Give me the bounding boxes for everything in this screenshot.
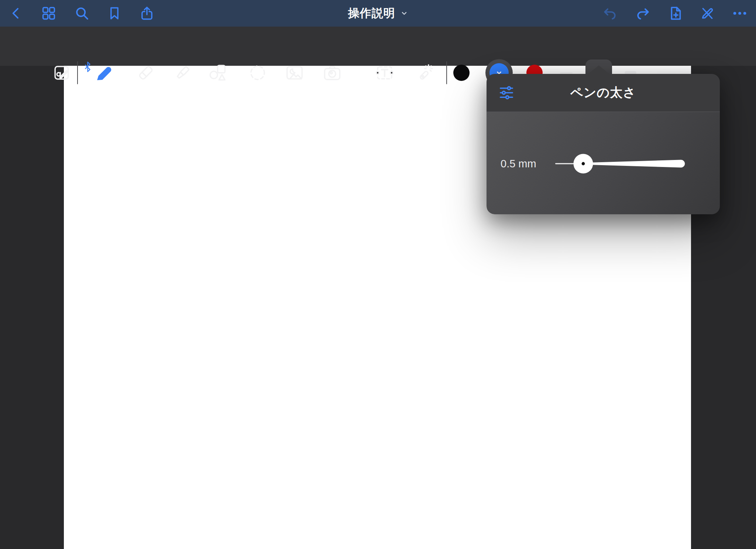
thumb-size-dot — [582, 162, 585, 166]
shapes-tool[interactable] — [207, 62, 228, 83]
undo-icon — [602, 5, 618, 21]
chevron-down-icon — [400, 9, 408, 17]
undo-button[interactable] — [602, 5, 618, 21]
text-tool[interactable] — [374, 62, 395, 83]
lasso-icon — [248, 63, 267, 82]
text-icon — [375, 63, 395, 83]
search-icon — [74, 6, 90, 21]
eraser-icon — [136, 63, 155, 82]
add-page-icon — [667, 5, 684, 21]
pen-thickness-value: 0.5 mm — [501, 158, 536, 170]
popover-header: ペンの太さ — [487, 74, 720, 112]
eraser-tool[interactable] — [135, 62, 156, 83]
back-button[interactable] — [8, 5, 24, 21]
shapes-icon — [208, 63, 228, 83]
color-swatch-black[interactable] — [453, 65, 470, 81]
page-thumbnails-button[interactable] — [41, 5, 57, 21]
add-page-button[interactable] — [667, 5, 684, 21]
thin-line-icon — [560, 72, 573, 74]
toolbar-divider — [77, 61, 78, 84]
popover-title: ペンの太さ — [487, 74, 720, 112]
app-window: 操作説明 — [0, 0, 756, 549]
share-icon — [139, 6, 155, 21]
pen-tool[interactable] — [93, 62, 114, 83]
share-button[interactable] — [139, 5, 155, 21]
popover-body: 0.5 mm — [487, 112, 720, 214]
camera-icon — [322, 63, 342, 83]
more-button[interactable] — [732, 5, 748, 21]
ellipsis-icon — [732, 5, 748, 22]
paper-mode-tool[interactable] — [51, 62, 72, 83]
bookmark-button[interactable] — [106, 5, 123, 21]
toolbar-divider — [446, 61, 447, 84]
chevron-left-icon — [9, 6, 24, 21]
slider-track-wedge[interactable] — [583, 160, 685, 168]
paper-pen-icon — [52, 63, 71, 82]
bookmark-icon — [107, 6, 122, 21]
laser-pointer-tool[interactable] — [414, 62, 435, 83]
document-title: 操作説明 — [348, 6, 395, 21]
pen-thickness-slider[interactable] — [555, 153, 693, 175]
redo-icon — [635, 5, 651, 21]
drawing-toolbar — [0, 27, 756, 66]
pencil-cross-icon — [699, 5, 715, 21]
insert-image-tool[interactable] — [284, 62, 305, 83]
bluetooth-icon — [85, 61, 91, 74]
pen-thickness-popover: ペンの太さ 0.5 mm — [487, 74, 720, 214]
pen-mode-toggle-button[interactable] — [699, 5, 715, 21]
image-icon — [285, 63, 305, 83]
camera-tool[interactable] — [322, 62, 343, 83]
pen-icon — [93, 63, 113, 83]
search-button[interactable] — [74, 5, 90, 21]
laser-pointer-icon — [415, 63, 434, 83]
grid-icon — [41, 6, 56, 21]
document-title-button[interactable]: 操作説明 — [346, 5, 410, 21]
highlighter-icon — [173, 63, 192, 82]
lasso-tool[interactable] — [247, 62, 268, 83]
redo-button[interactable] — [635, 5, 651, 21]
top-navigation-bar: 操作説明 — [0, 0, 756, 27]
highlighter-tool[interactable] — [172, 62, 193, 83]
